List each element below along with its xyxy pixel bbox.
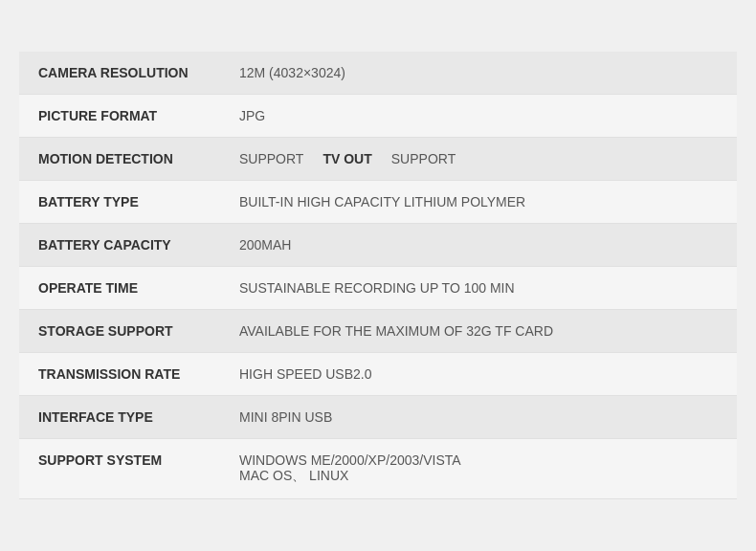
specs-table: CAMERA RESOLUTION12M (4032×3024)PICTURE … bbox=[19, 52, 737, 499]
spec-label: OPERATE TIME bbox=[19, 267, 230, 310]
table-row: BATTERY TYPEBUILT-IN HIGH CAPACITY LITHI… bbox=[19, 181, 737, 224]
spec-value: MINI 8PIN USB bbox=[230, 396, 737, 439]
table-row: SUPPORT SYSTEMWINDOWS ME/2000/XP/2003/VI… bbox=[19, 439, 737, 499]
spec-value: AVAILABLE FOR THE MAXIMUM OF 32G TF CARD bbox=[230, 310, 737, 353]
spec-label: BATTERY TYPE bbox=[19, 181, 230, 224]
table-row: PICTURE FORMATJPG bbox=[19, 95, 737, 138]
table-row: MOTION DETECTIONSUPPORTTV OUTSUPPORT bbox=[19, 138, 737, 181]
spec-value: 200MAH bbox=[230, 224, 737, 267]
spec-label: SUPPORT SYSTEM bbox=[19, 439, 230, 499]
spec-value: WINDOWS ME/2000/XP/2003/VISTAMAC OS、 LIN… bbox=[230, 439, 737, 499]
table-row: OPERATE TIMESUSTAINABLE RECORDING UP TO … bbox=[19, 267, 737, 310]
spec-label: CAMERA RESOLUTION bbox=[19, 52, 230, 95]
spec-value-primary: SUPPORT bbox=[239, 151, 303, 166]
spec-extra-value: SUPPORT bbox=[391, 151, 456, 166]
spec-value: SUPPORTTV OUTSUPPORT bbox=[230, 138, 737, 181]
table-row: INTERFACE TYPEMINI 8PIN USB bbox=[19, 396, 737, 439]
spec-value-line: WINDOWS ME/2000/XP/2003/VISTA bbox=[239, 452, 727, 468]
table-row: STORAGE SUPPORTAVAILABLE FOR THE MAXIMUM… bbox=[19, 310, 737, 353]
spec-label: INTERFACE TYPE bbox=[19, 396, 230, 439]
spec-value-line: MAC OS、 LINUX bbox=[239, 468, 727, 485]
spec-value: JPG bbox=[230, 95, 737, 138]
spec-label: PICTURE FORMAT bbox=[19, 95, 230, 138]
spec-extra-label: TV OUT bbox=[322, 151, 371, 166]
spec-value: BUILT-IN HIGH CAPACITY LITHIUM POLYMER bbox=[230, 181, 737, 224]
spec-label: TRANSMISSION RATE bbox=[19, 353, 230, 396]
spec-value: 12M (4032×3024) bbox=[230, 52, 737, 95]
table-row: TRANSMISSION RATEHIGH SPEED USB2.0 bbox=[19, 353, 737, 396]
table-row: BATTERY CAPACITY200MAH bbox=[19, 224, 737, 267]
spec-value: HIGH SPEED USB2.0 bbox=[230, 353, 737, 396]
spec-value: SUSTAINABLE RECORDING UP TO 100 MIN bbox=[230, 267, 737, 310]
spec-label: BATTERY CAPACITY bbox=[19, 224, 230, 267]
table-row: CAMERA RESOLUTION12M (4032×3024) bbox=[19, 52, 737, 95]
spec-label: STORAGE SUPPORT bbox=[19, 310, 230, 353]
spec-label: MOTION DETECTION bbox=[19, 138, 230, 181]
